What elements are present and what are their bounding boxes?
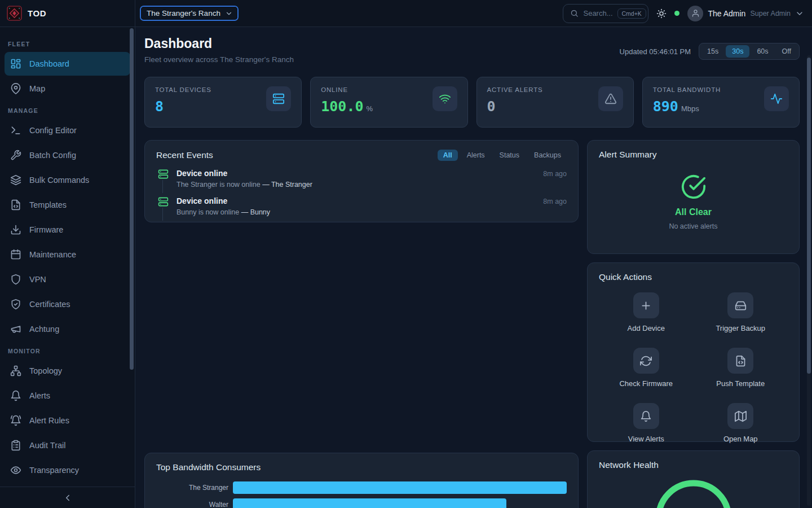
event-title: Device online	[176, 196, 535, 205]
stat-value: 100.0	[321, 98, 363, 115]
sidebar-item-label: Dashboard	[29, 59, 69, 68]
sidebar-scrollbar[interactable]	[130, 28, 134, 370]
stat-unit: %	[367, 104, 373, 113]
wifi-icon	[439, 93, 451, 105]
alert-summary-panel: Alert Summary All Clear No active alerts	[587, 140, 800, 254]
stat-label: TOTAL BANDWIDTH	[653, 86, 721, 93]
quick-action-label: View Alerts	[628, 435, 664, 443]
quick-action-label: Add Device	[628, 324, 665, 332]
main-column: The Stranger's Ranch Search... Cmd+K The…	[135, 0, 812, 508]
sidebar-item-alerts[interactable]: Alerts	[5, 384, 130, 408]
quick-action-icon-box	[727, 292, 753, 318]
theme-toggle-button[interactable]	[656, 8, 667, 19]
main-scrollbar-track[interactable]	[807, 55, 811, 506]
quick-action-icon-box	[633, 292, 659, 318]
sidebar-item-config-editor[interactable]: Config Editor	[5, 119, 130, 142]
sidebar-item-audit-trail[interactable]: Audit Trail	[5, 433, 130, 457]
event-tabs: AllAlertsStatusBackups	[438, 150, 567, 161]
bandwidth-bar	[233, 481, 567, 494]
sidebar-item-label: Firmware	[29, 225, 63, 234]
stat-label: TOTAL DEVICES	[155, 86, 211, 93]
chevron-slot-1	[225, 10, 233, 17]
event-row: Device online Bunny is now online — Bunn…	[156, 194, 567, 222]
sidebar-item-achtung[interactable]: Achtung	[5, 317, 130, 341]
recent-events-title: Recent Events	[156, 150, 213, 160]
sidebar-item-firmware[interactable]: Firmware	[5, 218, 130, 242]
alert-triangle-icon	[604, 93, 617, 105]
bandwidth-bar-track	[233, 498, 567, 508]
sidebar-item-topology[interactable]: Topology	[5, 359, 130, 383]
network-health-gauge: 100	[599, 476, 788, 508]
quick-action-label: Push Template	[716, 379, 765, 388]
layers-icon	[10, 174, 21, 186]
sidebar-item-alert-rules[interactable]: Alert Rules	[5, 409, 130, 432]
sidebar-collapse-button[interactable]	[0, 487, 135, 508]
quick-action-label: Trigger Backup	[716, 324, 765, 332]
alert-subtext: No active alerts	[669, 222, 717, 230]
sidebar-item-label: Bulk Commands	[29, 176, 89, 185]
refresh-cw-icon	[640, 355, 652, 367]
sidebar-item-label: Achtung	[29, 325, 59, 334]
sidebar-item-transparency[interactable]: Transparency	[5, 458, 130, 482]
stat-icon-box	[764, 86, 789, 111]
event-tab-alerts[interactable]: Alerts	[461, 150, 491, 161]
stat-icon-box	[598, 86, 623, 111]
bell-icon	[10, 390, 21, 401]
main-scrollbar-thumb[interactable]	[807, 58, 811, 374]
quick-actions-title: Quick Actions	[599, 272, 652, 282]
refresh-interval-off[interactable]: Off	[776, 45, 797, 58]
hard-drive-icon	[735, 300, 747, 312]
sidebar-item-vpn[interactable]: VPN	[5, 268, 130, 291]
sidebar-item-maintenance[interactable]: Maintenance	[5, 243, 130, 266]
page-header: Dashboard Fleet overview across The Stra…	[144, 36, 800, 64]
sidebar-item-bulk-commands[interactable]: Bulk Commands	[5, 168, 130, 192]
event-icon-slot	[158, 196, 169, 216]
event-tab-status[interactable]: Status	[494, 150, 525, 161]
last-updated-text: Updated 05:46:01 PM	[620, 47, 691, 56]
sidebar-item-dashboard[interactable]: Dashboard	[5, 52, 130, 76]
site-selector[interactable]: The Stranger's Ranch	[141, 7, 237, 20]
event-tab-backups[interactable]: Backups	[528, 150, 567, 161]
sidebar-item-label: Audit Trail	[29, 441, 65, 450]
sidebar-item-certificates[interactable]: Certificates	[5, 292, 130, 316]
stat-value: 0	[487, 98, 496, 115]
refresh-interval-60s[interactable]: 60s	[751, 45, 774, 58]
server-icon	[272, 93, 285, 105]
sidebar-item-templates[interactable]: Templates	[5, 193, 130, 217]
search-input[interactable]: Search... Cmd+K	[563, 4, 648, 23]
quick-action-check-firmware[interactable]: Check Firmware	[599, 348, 694, 388]
refresh-interval-30s[interactable]: 30s	[726, 45, 749, 58]
event-time: 8m ago	[543, 196, 567, 216]
chevron-left-icon	[63, 493, 73, 503]
megaphone-icon	[10, 323, 21, 335]
sidebar-item-label: VPN	[29, 275, 46, 284]
sidebar-item-batch-config[interactable]: Batch Config	[5, 143, 130, 167]
alert-summary-title: Alert Summary	[599, 150, 788, 160]
logo-row: TOD	[0, 0, 135, 27]
sidebar-item-label: Alert Rules	[29, 416, 69, 425]
stat-label: ONLINE	[321, 86, 373, 93]
user-menu[interactable]: The Admin Super Admin	[687, 6, 804, 21]
stat-value: 8	[155, 98, 164, 115]
wrench-icon	[10, 150, 21, 161]
quick-action-add-device[interactable]: Add Device	[599, 292, 694, 332]
tod-logo-icon	[7, 6, 22, 21]
sidebar-item-map[interactable]: Map	[5, 77, 130, 100]
page-content: Dashboard Fleet overview across The Stra…	[135, 27, 812, 508]
stat-value: 890	[653, 98, 678, 115]
quick-action-push-template[interactable]: Push Template	[694, 348, 788, 388]
map-icon	[735, 410, 747, 422]
page-subtitle: Fleet overview across The Stranger's Ran…	[144, 55, 294, 64]
quick-action-trigger-backup[interactable]: Trigger Backup	[694, 292, 788, 332]
event-icon-slot	[158, 169, 169, 189]
connection-status-dot	[674, 11, 679, 16]
stat-icon-box	[266, 86, 291, 111]
network-icon	[10, 365, 21, 376]
user-icon	[691, 9, 700, 17]
stat-card-total-devices: TOTAL DEVICES 8	[144, 77, 302, 128]
event-tab-all[interactable]: All	[438, 150, 458, 161]
event-time: 8m ago	[543, 169, 567, 189]
quick-action-view-alerts[interactable]: View Alerts	[599, 403, 694, 443]
quick-action-open-map[interactable]: Open Map	[694, 403, 788, 443]
refresh-interval-15s[interactable]: 15s	[701, 45, 725, 58]
